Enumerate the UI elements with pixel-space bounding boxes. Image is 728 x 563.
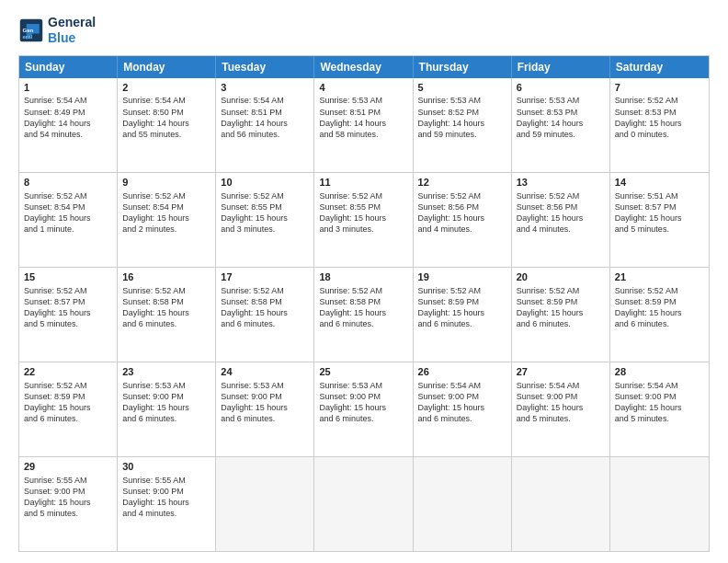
day-number: 16 <box>122 270 210 284</box>
daylight: Daylight: 15 hoursand 5 minutes. <box>24 498 91 518</box>
daylight: Daylight: 15 hoursand 4 minutes. <box>517 213 584 234</box>
sunrise: Sunrise: 5:52 AM <box>615 286 678 295</box>
daylight: Daylight: 15 hoursand 6 minutes. <box>122 308 189 328</box>
daylight: Daylight: 15 hoursand 2 minutes. <box>122 213 189 234</box>
day-of-week-header: Sunday <box>19 56 118 78</box>
day-number: 6 <box>517 81 605 95</box>
calendar-cell <box>314 457 413 551</box>
day-number: 4 <box>319 81 407 95</box>
calendar-cell <box>414 457 512 551</box>
sunset: Sunset: 9:00 PM <box>615 392 677 401</box>
calendar-cell: 5Sunrise: 5:53 AMSunset: 8:52 PMDaylight… <box>414 78 512 172</box>
sunrise: Sunrise: 5:52 AM <box>418 286 482 295</box>
calendar-cell: 10Sunrise: 5:52 AMSunset: 8:55 PMDayligh… <box>216 173 314 267</box>
day-number: 13 <box>517 176 605 190</box>
calendar-cell: 24Sunrise: 5:53 AMSunset: 9:00 PMDayligh… <box>216 362 314 456</box>
sunset: Sunset: 8:56 PM <box>418 202 480 212</box>
svg-text:Gen: Gen <box>22 27 33 33</box>
calendar-cell: 15Sunrise: 5:52 AMSunset: 8:57 PMDayligh… <box>19 268 118 362</box>
daylight: Daylight: 15 hoursand 6 minutes. <box>122 403 189 423</box>
sunset: Sunset: 8:58 PM <box>319 297 381 306</box>
day-number: 25 <box>319 365 407 379</box>
calendar-cell: 7Sunrise: 5:52 AMSunset: 8:53 PMDaylight… <box>610 78 709 172</box>
calendar-cell: 20Sunrise: 5:52 AMSunset: 8:59 PMDayligh… <box>512 268 610 362</box>
sunrise: Sunrise: 5:55 AM <box>122 476 186 485</box>
daylight: Daylight: 14 hoursand 59 minutes. <box>517 119 584 139</box>
sunrise: Sunrise: 5:53 AM <box>517 96 580 105</box>
calendar-week-row: 8Sunrise: 5:52 AMSunset: 8:54 PMDaylight… <box>19 172 709 267</box>
calendar-cell: 27Sunrise: 5:54 AMSunset: 9:00 PMDayligh… <box>512 362 610 456</box>
day-number: 2 <box>122 81 210 95</box>
daylight: Daylight: 15 hoursand 5 minutes. <box>517 403 584 423</box>
calendar-cell: 9Sunrise: 5:52 AMSunset: 8:54 PMDaylight… <box>118 173 216 267</box>
sunrise: Sunrise: 5:52 AM <box>24 191 87 201</box>
calendar-cell: 11Sunrise: 5:52 AMSunset: 8:55 PMDayligh… <box>314 173 413 267</box>
day-number: 24 <box>221 365 309 379</box>
sunrise: Sunrise: 5:54 AM <box>24 96 87 105</box>
calendar-week-row: 1Sunrise: 5:54 AMSunset: 8:49 PMDaylight… <box>19 78 709 172</box>
sunset: Sunset: 8:53 PM <box>615 108 677 117</box>
day-number: 28 <box>615 365 704 379</box>
sunset: Sunset: 8:55 PM <box>319 202 381 212</box>
sunset: Sunset: 8:51 PM <box>319 108 381 117</box>
day-number: 27 <box>517 365 605 379</box>
calendar: SundayMondayTuesdayWednesdayThursdayFrid… <box>18 55 710 552</box>
svg-text:eral: eral <box>22 33 32 40</box>
logo-text: General Blue <box>48 15 96 46</box>
sunset: Sunset: 8:50 PM <box>122 108 184 117</box>
day-number: 14 <box>615 176 704 190</box>
daylight: Daylight: 14 hoursand 54 minutes. <box>24 119 91 139</box>
day-number: 21 <box>615 270 704 284</box>
calendar-cell <box>610 457 709 551</box>
calendar-header: SundayMondayTuesdayWednesdayThursdayFrid… <box>19 56 709 78</box>
sunrise: Sunrise: 5:54 AM <box>418 381 482 390</box>
sunrise: Sunrise: 5:52 AM <box>517 286 580 295</box>
sunrise: Sunrise: 5:52 AM <box>221 191 284 201</box>
sunset: Sunset: 8:55 PM <box>221 202 282 212</box>
day-number: 1 <box>24 81 112 95</box>
sunrise: Sunrise: 5:54 AM <box>615 381 678 390</box>
calendar-page: Gen eral General Blue SundayMondayTuesda… <box>0 0 728 563</box>
sunset: Sunset: 8:58 PM <box>122 297 184 306</box>
day-number: 29 <box>24 460 112 474</box>
daylight: Daylight: 14 hoursand 58 minutes. <box>319 119 386 139</box>
calendar-cell: 4Sunrise: 5:53 AMSunset: 8:51 PMDaylight… <box>314 78 413 172</box>
calendar-cell: 28Sunrise: 5:54 AMSunset: 9:00 PMDayligh… <box>610 362 709 456</box>
sunset: Sunset: 8:56 PM <box>517 202 578 212</box>
sunset: Sunset: 8:51 PM <box>221 108 282 117</box>
daylight: Daylight: 15 hoursand 6 minutes. <box>517 308 584 328</box>
sunset: Sunset: 9:00 PM <box>517 392 578 401</box>
daylight: Daylight: 14 hoursand 55 minutes. <box>122 119 189 139</box>
sunset: Sunset: 8:59 PM <box>418 297 480 306</box>
daylight: Daylight: 15 hoursand 6 minutes. <box>319 308 386 328</box>
calendar-cell: 23Sunrise: 5:53 AMSunset: 9:00 PMDayligh… <box>118 362 216 456</box>
day-number: 30 <box>122 460 210 474</box>
sunset: Sunset: 8:49 PM <box>24 108 85 117</box>
sunrise: Sunrise: 5:52 AM <box>122 286 186 295</box>
calendar-cell: 12Sunrise: 5:52 AMSunset: 8:56 PMDayligh… <box>414 173 512 267</box>
sunrise: Sunrise: 5:54 AM <box>517 381 580 390</box>
day-number: 17 <box>221 270 309 284</box>
daylight: Daylight: 15 hoursand 3 minutes. <box>221 213 288 234</box>
sunset: Sunset: 8:54 PM <box>122 202 184 212</box>
daylight: Daylight: 15 hoursand 5 minutes. <box>615 213 682 234</box>
calendar-cell: 29Sunrise: 5:55 AMSunset: 9:00 PMDayligh… <box>19 457 118 551</box>
daylight: Daylight: 15 hoursand 4 minutes. <box>122 498 189 518</box>
sunrise: Sunrise: 5:52 AM <box>517 191 580 201</box>
day-number: 20 <box>517 270 605 284</box>
sunset: Sunset: 8:59 PM <box>615 297 677 306</box>
daylight: Daylight: 15 hoursand 6 minutes. <box>615 308 682 328</box>
sunrise: Sunrise: 5:52 AM <box>319 191 382 201</box>
daylight: Daylight: 15 hoursand 6 minutes. <box>418 403 485 423</box>
page-header: Gen eral General Blue <box>18 15 710 46</box>
sunrise: Sunrise: 5:52 AM <box>24 381 87 390</box>
sunrise: Sunrise: 5:54 AM <box>221 96 284 105</box>
sunset: Sunset: 8:57 PM <box>615 202 677 212</box>
calendar-cell: 26Sunrise: 5:54 AMSunset: 9:00 PMDayligh… <box>414 362 512 456</box>
day-number: 12 <box>418 176 506 190</box>
daylight: Daylight: 14 hoursand 56 minutes. <box>221 119 288 139</box>
sunrise: Sunrise: 5:53 AM <box>122 381 186 390</box>
day-number: 22 <box>24 365 112 379</box>
calendar-cell: 6Sunrise: 5:53 AMSunset: 8:53 PMDaylight… <box>512 78 610 172</box>
calendar-week-row: 22Sunrise: 5:52 AMSunset: 8:59 PMDayligh… <box>19 362 709 456</box>
